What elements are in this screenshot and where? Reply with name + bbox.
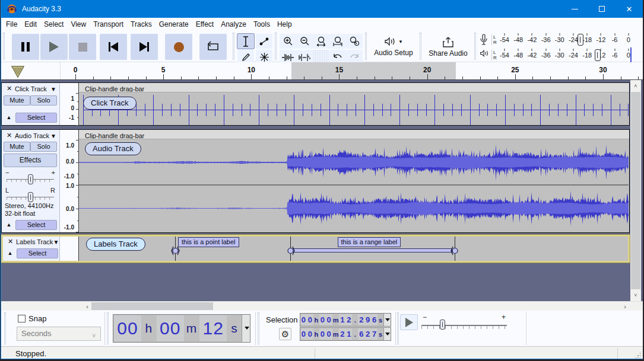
- time-unit[interactable]: m: [332, 314, 340, 326]
- playback-meter[interactable]: LR -54-48-42-36-30-24-18-12-60: [477, 47, 633, 63]
- time-digit[interactable]: 00: [114, 315, 141, 341]
- record-meter[interactable]: LR -54-48-42-36-30-24-18-12-60: [477, 32, 633, 47]
- menu-effect[interactable]: Effect: [192, 20, 217, 28]
- audio-track-select-button[interactable]: Select: [15, 220, 57, 230]
- time-unit[interactable]: s: [377, 314, 383, 326]
- time-unit[interactable]: .: [352, 328, 358, 340]
- audio-track-name-menu[interactable]: Audio Track▼: [15, 132, 58, 140]
- meter-slider-handle[interactable]: [595, 49, 601, 61]
- fit-project-button[interactable]: [329, 34, 346, 49]
- range-label-text[interactable]: this is a range label: [338, 237, 401, 247]
- speed-slider-thumb[interactable]: [440, 320, 445, 330]
- selection-end-display[interactable]: 00h00m21.627s: [300, 327, 391, 341]
- selection-tool-button[interactable]: [237, 34, 254, 49]
- play-at-speed-button[interactable]: [400, 314, 418, 330]
- horizontal-scrollbar-thumb[interactable]: [91, 302, 213, 310]
- audio-track-effects-button[interactable]: Effects: [4, 154, 57, 167]
- click-track-clip[interactable]: Clip-handle drag-bar Click Track: [79, 83, 629, 125]
- time-digit[interactable]: 12: [199, 315, 227, 341]
- labels-track-select-button[interactable]: Select: [17, 248, 58, 258]
- menu-select[interactable]: Select: [40, 20, 67, 28]
- time-unit[interactable]: s: [227, 315, 242, 342]
- zoom-out-button[interactable]: [296, 34, 313, 49]
- time-unit[interactable]: .: [352, 314, 358, 326]
- zoom-in-button[interactable]: [280, 34, 296, 49]
- time-display-dropdown-arrow[interactable]: [245, 327, 249, 330]
- scroll-left-arrow[interactable]: ‹: [83, 303, 91, 310]
- time-digit[interactable]: 00: [157, 315, 184, 341]
- horizontal-scrollbar[interactable]: ‹ ›: [1, 301, 643, 311]
- click-track-name-pill[interactable]: Click Track: [83, 97, 137, 110]
- time-digit[interactable]: 1: [345, 328, 352, 340]
- menu-tracks[interactable]: Tracks: [127, 20, 156, 28]
- share-audio-button[interactable]: Share Audio: [424, 33, 472, 61]
- audio-track-solo-button[interactable]: Solo: [30, 142, 57, 152]
- skip-to-start-button[interactable]: [100, 34, 127, 60]
- time-digit[interactable]: 0: [307, 314, 313, 325]
- pause-button[interactable]: [12, 34, 39, 60]
- audio-track-name-pill[interactable]: Audio Track: [85, 142, 141, 155]
- close-button[interactable]: ✕: [616, 0, 643, 18]
- time-digit[interactable]: 2: [364, 328, 371, 340]
- menu-analyze[interactable]: Analyze: [217, 20, 250, 28]
- audio-track-gain-slider[interactable]: −+: [5, 170, 55, 187]
- time-digit[interactable]: 7: [371, 328, 377, 340]
- record-button[interactable]: [165, 34, 192, 60]
- time-digit[interactable]: 2: [345, 314, 352, 325]
- time-unit[interactable]: h: [313, 328, 319, 340]
- audio-track-collapse-button[interactable]: ▲: [4, 220, 14, 229]
- menu-view[interactable]: View: [67, 20, 90, 28]
- snap-checkbox[interactable]: [18, 315, 26, 322]
- menu-generate[interactable]: Generate: [156, 20, 192, 28]
- scroll-down-arrow[interactable]: ˅: [630, 292, 641, 298]
- envelope-tool-button[interactable]: [256, 34, 272, 49]
- scroll-right-arrow[interactable]: ›: [621, 303, 629, 310]
- time-digit[interactable]: 6: [371, 314, 377, 325]
- click-track-mute-button[interactable]: Mute: [4, 95, 30, 106]
- time-digit[interactable]: 2: [339, 328, 345, 340]
- labels-track-clip[interactable]: Labels Track this is a point labelthis i…: [79, 237, 628, 261]
- minimize-button[interactable]: [561, 0, 588, 18]
- time-digit[interactable]: 6: [358, 328, 364, 340]
- timeline-ruler[interactable]: 051015202530: [1, 62, 643, 80]
- time-digit[interactable]: 0: [307, 328, 313, 340]
- gain-slider-thumb[interactable]: [28, 174, 33, 184]
- range-label-start-handle[interactable]: [286, 246, 293, 254]
- vertical-scrollbar-thumb[interactable]: [631, 92, 640, 289]
- audio-track-mute-button[interactable]: Mute: [4, 142, 30, 152]
- click-track-name-menu[interactable]: Click Track▼: [15, 85, 58, 93]
- labels-track-close-button[interactable]: ✕: [7, 238, 14, 245]
- fit-selection-button[interactable]: [313, 34, 329, 49]
- time-display-dropdown-arrow[interactable]: [385, 333, 390, 336]
- audio-track-close-button[interactable]: ✕: [5, 132, 13, 139]
- menu-file[interactable]: File: [6, 20, 21, 28]
- scroll-up-arrow[interactable]: ˄: [630, 83, 641, 89]
- menu-help[interactable]: Help: [274, 20, 296, 28]
- click-track-vertical-ruler[interactable]: 10-1: [60, 83, 79, 125]
- time-digit[interactable]: 0: [319, 314, 326, 325]
- loop-region-pin-icon[interactable]: [11, 66, 24, 78]
- stop-button[interactable]: [69, 34, 96, 60]
- time-unit[interactable]: h: [313, 314, 319, 326]
- time-digit[interactable]: 0: [326, 328, 332, 340]
- maximize-button[interactable]: [588, 0, 616, 18]
- time-display-dropdown-arrow[interactable]: [385, 318, 390, 321]
- selection-start-display[interactable]: 00h00m12.296s: [300, 313, 391, 327]
- time-digit[interactable]: 0: [300, 328, 307, 340]
- click-track-close-button[interactable]: ✕: [5, 85, 13, 92]
- audio-track-clip[interactable]: Clip-handle drag-bar Audio Track: [79, 130, 629, 232]
- time-unit[interactable]: m: [332, 328, 340, 340]
- play-button[interactable]: [40, 34, 68, 60]
- skip-to-end-button[interactable]: [131, 34, 158, 60]
- audio-position-display[interactable]: 00h00m12s: [113, 314, 250, 343]
- resize-grip[interactable]: [635, 352, 640, 358]
- labels-track-name-pill[interactable]: Labels Track: [86, 238, 145, 251]
- time-unit[interactable]: m: [185, 315, 199, 342]
- click-track-clip-handle[interactable]: Clip-handle drag-bar: [79, 83, 629, 92]
- time-digit[interactable]: 1: [339, 314, 345, 325]
- meter-slider-handle[interactable]: [578, 34, 583, 46]
- range-label-bar[interactable]: [293, 248, 452, 253]
- time-digit[interactable]: 0: [319, 328, 326, 340]
- snap-mode-select[interactable]: Seconds˅: [17, 327, 101, 341]
- labels-track-collapse-button[interactable]: ▲: [5, 248, 15, 258]
